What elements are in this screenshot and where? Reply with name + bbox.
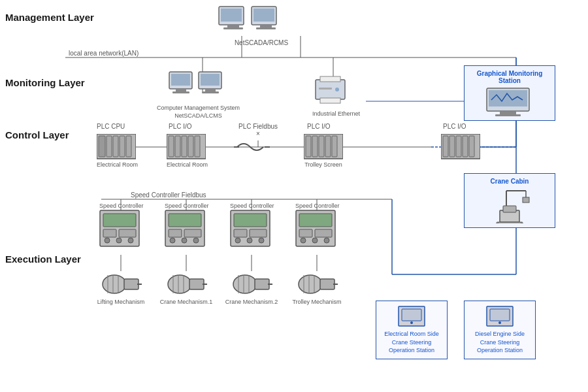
svg-rect-36 (253, 8, 274, 22)
netscada-label: NetSCADA/RCMS (216, 39, 307, 46)
svg-rect-113 (299, 214, 332, 227)
crane-cabin-label: Crane Cabin (468, 178, 551, 185)
svg-rect-41 (176, 89, 186, 91)
elec-op-label: Electrical Room SideCrane SteeringOperat… (380, 330, 443, 355)
svg-point-111 (259, 238, 264, 243)
trolley-mech-label: Trolley Mechanism (287, 299, 346, 305)
plc-rack-cpu: Electrical Room (97, 134, 138, 168)
svg-rect-81 (469, 136, 474, 157)
plc-io2-label: PLC I/O (307, 123, 331, 130)
speed-controller-1: Speed Controller (99, 203, 144, 249)
plc-io3-label: PLC I/O (443, 123, 466, 130)
svg-point-103 (182, 238, 187, 243)
trolley-screen-label: Trolley Screen (304, 161, 343, 168)
svg-rect-37 (260, 25, 272, 27)
svg-rect-107 (234, 229, 247, 237)
lan-label: local area network(LAN) (69, 50, 139, 57)
execution-layer-label: Execution Layer (5, 253, 81, 265)
svg-rect-144 (402, 309, 421, 321)
svg-rect-87 (523, 197, 529, 203)
svg-rect-44 (201, 74, 220, 86)
crane-mech1-label: Crane Mechanism.1 (157, 299, 216, 305)
motor-crane1: Crane Mechanism.1 (167, 271, 216, 305)
graphical-monitoring-station: Graphical Monitoring Station (464, 65, 555, 121)
lifting-mech-label: Lifting Mechanism (95, 299, 147, 305)
diesel-op-station: Diesel Engine SideCrane SteeringOperatio… (464, 301, 536, 359)
svg-rect-74 (325, 136, 331, 157)
svg-rect-57 (99, 136, 105, 157)
svg-point-116 (301, 238, 306, 243)
svg-rect-115 (315, 229, 332, 237)
svg-rect-71 (306, 136, 311, 157)
svg-point-137 (299, 275, 322, 293)
management-layer-label: Management Layer (5, 12, 94, 23)
svg-rect-94 (119, 229, 136, 237)
svg-rect-79 (456, 136, 461, 157)
svg-rect-61 (126, 136, 131, 157)
printer-icon: Industrial Ethernet (312, 73, 360, 117)
plc-rack-io1: Electrical Room (167, 134, 208, 168)
motor-crane2: Crane Mechanism.2 (232, 271, 281, 305)
svg-rect-72 (312, 136, 318, 157)
svg-rect-80 (463, 136, 468, 157)
monitoring-layer-label: Monitoring Layer (5, 77, 85, 88)
plc-fieldbus-label: PLC Fieldbus× (235, 123, 281, 137)
speed-fieldbus-label: Speed Controller Fieldbus (131, 191, 206, 199)
svg-rect-38 (256, 27, 276, 29)
speed-controller-3: Speed Controller (230, 203, 274, 249)
gms-title: Graphical Monitoring Station (468, 70, 551, 84)
svg-point-109 (235, 238, 240, 243)
svg-rect-54 (500, 111, 516, 114)
motor-lifting: Lifting Mechanism (101, 271, 147, 305)
svg-rect-46 (202, 91, 219, 93)
elec-room-op-station: Electrical Room SideCrane SteeringOperat… (376, 301, 448, 359)
svg-rect-49 (320, 98, 340, 103)
svg-rect-45 (205, 89, 216, 91)
svg-rect-64 (175, 136, 180, 157)
svg-point-145 (410, 321, 413, 324)
svg-rect-63 (169, 136, 174, 157)
crane-mech2-label: Crane Mechanism.2 (222, 299, 281, 305)
svg-point-95 (105, 238, 110, 243)
svg-rect-59 (113, 136, 118, 157)
control-layer-label: Control Layer (5, 129, 69, 140)
plc-fieldbus-icon (234, 137, 270, 158)
svg-point-96 (116, 238, 122, 243)
printer-label: Industrial Ethernet (312, 110, 360, 117)
svg-rect-66 (188, 136, 193, 157)
svg-rect-120 (124, 279, 139, 289)
svg-rect-75 (332, 136, 337, 157)
svg-rect-60 (120, 136, 125, 157)
plc-cpu-label: PLC CPU (97, 123, 125, 130)
svg-rect-138 (320, 279, 335, 289)
netscada-computers: NetSCADA/RCMS (216, 5, 307, 46)
svg-rect-100 (169, 229, 182, 237)
svg-rect-33 (227, 25, 239, 27)
svg-rect-101 (184, 229, 201, 237)
svg-rect-65 (182, 136, 187, 157)
cms-computers: Computer Management SystemNetSCADA/LCMS (157, 71, 240, 120)
svg-point-102 (170, 238, 175, 243)
svg-rect-114 (299, 229, 312, 237)
svg-point-125 (168, 275, 191, 293)
motor-trolley: Trolley Mechanism (297, 271, 346, 305)
speed-controller-2: Speed Controller (165, 203, 209, 249)
plc-io1-label: PLC I/O (169, 123, 192, 130)
svg-rect-34 (223, 27, 243, 29)
svg-rect-58 (106, 136, 112, 157)
cms-label: Computer Management SystemNetSCADA/LCMS (157, 105, 240, 120)
svg-rect-73 (319, 136, 324, 157)
svg-rect-51 (319, 88, 332, 90)
svg-rect-40 (171, 74, 190, 86)
svg-rect-99 (169, 214, 201, 227)
svg-rect-48 (320, 76, 340, 82)
svg-point-110 (247, 238, 252, 243)
sc3-label: Speed Controller (230, 203, 274, 209)
svg-rect-92 (103, 214, 136, 227)
svg-rect-88 (497, 222, 523, 223)
speed-controller-4: Speed Controller (295, 203, 340, 249)
svg-rect-106 (234, 214, 267, 227)
svg-point-117 (312, 238, 318, 243)
svg-rect-126 (189, 279, 204, 289)
svg-point-104 (193, 238, 199, 243)
